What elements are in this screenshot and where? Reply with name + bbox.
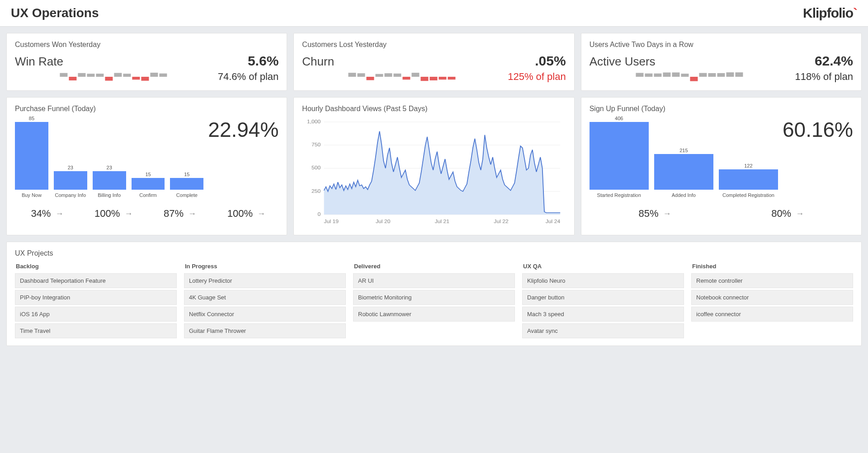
arrow-right-icon: →	[796, 209, 804, 219]
card-title: Users Active Two Days in a Row	[590, 41, 853, 49]
svg-rect-28	[672, 72, 679, 77]
arrow-right-icon: →	[257, 209, 265, 219]
svg-rect-10	[150, 73, 158, 77]
arrow-right-icon: →	[188, 209, 196, 219]
metric-name: Churn	[302, 55, 334, 69]
svg-rect-33	[717, 73, 725, 77]
project-item[interactable]: Robotic Lawnmower	[353, 307, 515, 322]
funnel-bar: 23Billing Info	[93, 165, 126, 203]
svg-rect-32	[708, 73, 716, 77]
svg-rect-8	[132, 77, 140, 79]
plan-text: 74.6% of plan	[218, 71, 279, 83]
funnel-bar: 15Confirm	[132, 172, 165, 203]
hourly-views-card[interactable]: Hourly Dashboard Views (Past 5 Days) 025…	[293, 97, 574, 235]
sparkline	[590, 70, 790, 83]
project-item[interactable]: 4K Guage Set	[184, 290, 346, 305]
svg-text:500: 500	[311, 166, 321, 171]
project-item[interactable]: Mach 3 speed	[522, 307, 684, 322]
svg-rect-4	[96, 74, 104, 77]
svg-rect-29	[681, 74, 689, 77]
svg-text:250: 250	[311, 189, 321, 194]
arrow-right-icon: →	[663, 209, 671, 219]
project-item[interactable]: PIP-boy Integration	[15, 290, 177, 305]
metric-value: .05%	[535, 53, 566, 69]
svg-rect-13	[358, 73, 365, 77]
svg-rect-25	[645, 74, 652, 77]
svg-rect-20	[421, 77, 429, 81]
project-item[interactable]: Danger button	[522, 290, 684, 305]
project-item[interactable]: Netflix Connector	[184, 307, 346, 322]
column-header: Backlog	[15, 261, 177, 271]
metric-name: Active Users	[590, 55, 656, 69]
funnel-overall: 60.16%	[783, 117, 853, 203]
column-header: UX QA	[522, 261, 684, 271]
card-title: Hourly Dashboard Views (Past 5 Days)	[302, 105, 566, 113]
projects-board[interactable]: UX Projects BacklogDashboard Teleportati…	[6, 242, 862, 346]
plan-text: 125% of plan	[508, 71, 566, 83]
svg-rect-24	[636, 73, 643, 77]
column-header: Delivered	[353, 261, 515, 271]
project-column: FinishedRemote controllerNotebook connec…	[691, 261, 853, 338]
svg-text:Jul 19: Jul 19	[324, 219, 339, 224]
svg-rect-5	[105, 77, 113, 81]
svg-rect-12	[349, 73, 356, 77]
svg-rect-16	[385, 73, 392, 77]
conversion-step: 100%→	[81, 208, 146, 219]
funnel-bar: 122Completed Registration	[719, 163, 778, 203]
column-header: Finished	[691, 261, 853, 271]
funnel-bar: 85Buy Now	[15, 116, 48, 203]
svg-rect-22	[439, 77, 447, 79]
plan-text: 118% of plan	[795, 71, 853, 83]
svg-text:Jul 20: Jul 20	[376, 219, 390, 224]
svg-text:Jul 22: Jul 22	[494, 219, 509, 224]
funnel-overall: 22.94%	[208, 117, 278, 203]
svg-rect-0	[60, 73, 67, 77]
svg-rect-23	[448, 77, 456, 79]
project-item[interactable]: icoffee connector	[691, 307, 853, 322]
svg-rect-30	[690, 77, 698, 81]
project-item[interactable]: Avatar sync	[522, 323, 684, 338]
sparkline	[15, 70, 212, 83]
card-title: Customers Won Yesterday	[15, 41, 278, 49]
kpi-card-active[interactable]: Users Active Two Days in a Row Active Us…	[581, 33, 862, 91]
project-column: UX QAKlipfolio NeuroDanger buttonMach 3 …	[522, 261, 684, 338]
project-column: In ProgressLottery Predictor4K Guage Set…	[184, 261, 346, 338]
svg-rect-26	[654, 74, 661, 77]
svg-rect-19	[412, 73, 420, 77]
project-item[interactable]: AR UI	[353, 273, 515, 288]
kpi-card-lost[interactable]: Customers Lost Yesterday Churn .05% 125%…	[293, 33, 574, 91]
project-column: DeliveredAR UIBiometric MonitoringRoboti…	[353, 261, 515, 338]
funnel-bar: 215Added Info	[654, 148, 713, 203]
project-item[interactable]: Lottery Predictor	[184, 273, 346, 288]
arrow-right-icon: →	[55, 209, 63, 219]
project-item[interactable]: Klipfolio Neuro	[522, 273, 684, 288]
kpi-card-won[interactable]: Customers Won Yesterday Win Rate 5.6% 74…	[6, 33, 287, 91]
project-item[interactable]: Remote controller	[691, 273, 853, 288]
project-item[interactable]: iOS 16 App	[15, 307, 177, 322]
project-item[interactable]: Dashboard Teleportation Feature	[15, 273, 177, 288]
area-chart: 02505007501,000Jul 19Jul 20Jul 21Jul 22J…	[302, 117, 566, 226]
funnel-conversion-row: 85%→80%→	[590, 208, 853, 219]
purchase-funnel-card[interactable]: Purchase Funnel (Today) 85Buy Now23Compa…	[6, 97, 287, 235]
card-title: Customers Lost Yesterday	[302, 41, 566, 49]
svg-rect-2	[78, 73, 85, 77]
project-column: BacklogDashboard Teleportation FeaturePI…	[15, 261, 177, 338]
funnel-bar: 23Company Info	[54, 165, 87, 203]
funnel-bar: 406Started Registration	[590, 116, 649, 203]
svg-text:750: 750	[311, 142, 321, 147]
svg-rect-34	[726, 72, 734, 77]
project-item[interactable]: Notebook connector	[691, 290, 853, 305]
metric-name: Win Rate	[15, 55, 63, 69]
arrow-right-icon: →	[124, 209, 132, 219]
metric-value: 5.6%	[248, 53, 278, 69]
sparkline	[302, 70, 502, 83]
funnel-bars: 406Started Registration215Added Info122C…	[590, 117, 778, 203]
project-item[interactable]: Time Travel	[15, 323, 177, 338]
project-item[interactable]: Guitar Flame Thrower	[184, 323, 346, 338]
column-header: In Progress	[184, 261, 346, 271]
project-columns: BacklogDashboard Teleportation FeaturePI…	[15, 261, 853, 338]
project-item[interactable]: Biometric Monitoring	[353, 290, 515, 305]
funnel-bars: 85Buy Now23Company Info23Billing Info15C…	[15, 117, 203, 203]
svg-rect-15	[376, 74, 383, 77]
signup-funnel-card[interactable]: Sign Up Funnel (Today) 406Started Regist…	[581, 97, 862, 235]
